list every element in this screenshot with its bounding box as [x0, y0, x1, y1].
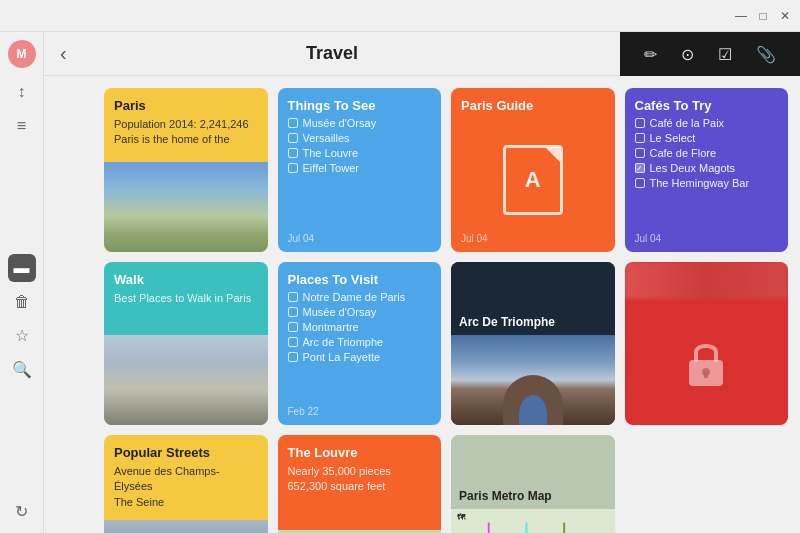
card-walk[interactable]: Walk Best Places to Walk in Paris [104, 262, 268, 426]
minimize-button[interactable]: — [734, 9, 748, 23]
card-title: Paris [114, 98, 258, 113]
card-image [451, 335, 615, 425]
card-title: Paris Guide [461, 98, 533, 113]
edit-icon[interactable]: ✏ [644, 45, 657, 64]
checklist-icon[interactable]: ☑ [718, 45, 732, 64]
lock-icon-container [625, 299, 789, 425]
card-title: Cafés To Try [635, 98, 779, 113]
back-button[interactable]: ‹ [60, 42, 67, 65]
filter-icon[interactable]: ≡ [8, 112, 36, 140]
card-paris-guide[interactable]: Paris Guide A Jul 04 [451, 88, 615, 252]
avatar[interactable]: M [8, 40, 36, 68]
card-text: Avenue des Champs-ÉlyséesThe Seine [114, 464, 258, 510]
checklist: Notre Dame de Paris Musée d'Orsay Montma… [288, 291, 432, 363]
card-things-to-see[interactable]: Things To See Musée d'Orsay Versailles T… [278, 88, 442, 252]
card-popular-streets[interactable]: Popular Streets Avenue des Champs-Élysée… [104, 435, 268, 533]
card-title: Walk [114, 272, 258, 287]
card-title: The Louvre [288, 445, 432, 460]
list-item: Musée d'Orsay [288, 117, 432, 129]
content-area: ‹ Travel ✏ ⊙ ☑ 📎 Paris Population 2014: … [44, 32, 800, 533]
card-date: Jul 04 [278, 233, 442, 252]
card-image [104, 162, 268, 252]
card-title: Popular Streets [114, 445, 258, 460]
card-title: Paris Metro Map [459, 489, 552, 503]
trash-icon[interactable]: 🗑 [8, 288, 36, 316]
app-container: M ↕ ≡ ▬ 🗑 ☆ 🔍 ↻ ‹ Travel ✏ ⊙ ☑ 📎 [0, 32, 800, 533]
title-bar: — □ ✕ [0, 0, 800, 32]
card-text: Population 2014: 2,241,246Paris is the h… [114, 117, 258, 148]
card-date: Jul 04 [451, 233, 615, 252]
list-item: Musée d'Orsay [288, 306, 432, 318]
card-title: Places To Visit [288, 272, 432, 287]
maximize-button[interactable]: □ [756, 9, 770, 23]
list-item: Notre Dame de Paris [288, 291, 432, 303]
locked-blur [625, 262, 789, 300]
content-header: ‹ Travel [44, 32, 620, 76]
card-date: Feb 22 [278, 406, 442, 425]
sidebar: M ↕ ≡ ▬ 🗑 ☆ 🔍 ↻ [0, 32, 44, 533]
checklist: Musée d'Orsay Versailles The Louvre Eiff… [288, 117, 432, 174]
card-cafes[interactable]: Cafés To Try Café de la Paix Le Select C… [625, 88, 789, 252]
list-item: Cafe de Flore [635, 147, 779, 159]
list-item: The Hemingway Bar [635, 177, 779, 189]
card-locked[interactable] [625, 262, 789, 426]
card-date: Jul 04 [625, 233, 789, 252]
list-item: Versailles [288, 132, 432, 144]
page-title: Travel [306, 43, 358, 64]
list-item: Pont La Fayette [288, 351, 432, 363]
list-item: Montmartre [288, 321, 432, 333]
card-image [104, 335, 268, 425]
list-item: Café de la Paix [635, 117, 779, 129]
star-icon[interactable]: ☆ [8, 322, 36, 350]
notes-icon[interactable]: ▬ [8, 254, 36, 282]
toolbar-panel: ✏ ⊙ ☑ 📎 [620, 32, 800, 76]
list-item: Le Select [635, 132, 779, 144]
svg-rect-2 [704, 372, 708, 378]
card-arc-de-triomphe[interactable]: Arc De Triomphe [451, 262, 615, 426]
camera-icon[interactable]: ⊙ [681, 45, 694, 64]
cards-grid: Paris Population 2014: 2,241,246Paris is… [104, 88, 788, 533]
search-icon[interactable]: 🔍 [8, 356, 36, 384]
sync-icon[interactable]: ↻ [8, 497, 36, 525]
list-item: Eiffel Tower [288, 162, 432, 174]
cards-area: Paris Population 2014: 2,241,246Paris is… [44, 76, 800, 533]
card-the-louvre[interactable]: The Louvre Nearly 35,000 pieces 652,300 … [278, 435, 442, 533]
list-item: Arc de Triomphe [288, 336, 432, 348]
list-item: The Louvre [288, 147, 432, 159]
card-title: Things To See [288, 98, 432, 113]
card-paris[interactable]: Paris Population 2014: 2,241,246Paris is… [104, 88, 268, 252]
sort-icon[interactable]: ↕ [8, 78, 36, 106]
attach-icon[interactable]: 📎 [756, 45, 776, 64]
card-places-to-visit[interactable]: Places To Visit Notre Dame de Paris Musé… [278, 262, 442, 426]
checklist: Café de la Paix Le Select Cafe de Flore … [635, 117, 779, 189]
card-image [104, 520, 268, 533]
list-item: ✓Les Deux Magots [635, 162, 779, 174]
card-image: 🗺 [451, 509, 615, 533]
card-title: Arc De Triomphe [459, 315, 555, 329]
card-text: Best Places to Walk in Paris [114, 291, 258, 306]
metro-map-svg [451, 509, 615, 533]
card-text: Nearly 35,000 pieces 652,300 square feet [288, 464, 432, 495]
close-button[interactable]: ✕ [778, 9, 792, 23]
card-metro-map[interactable]: Paris Metro Map 🗺 [451, 435, 615, 533]
pdf-preview: A [451, 127, 615, 233]
lock-icon [681, 332, 731, 392]
